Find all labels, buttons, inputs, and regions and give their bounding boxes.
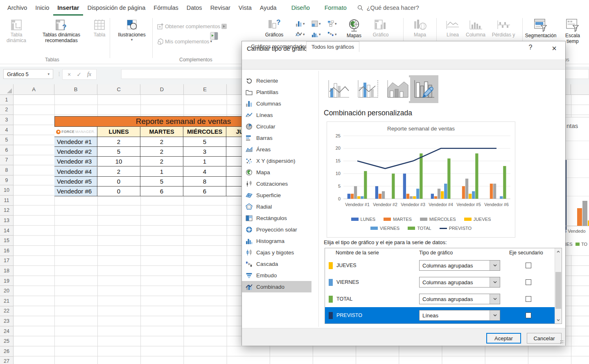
row-header-20[interactable]: 20 [0, 286, 14, 296]
chart-category-cotizaciones[interactable]: Cotizaciones [242, 178, 311, 189]
scrollbar-thumb[interactable] [555, 272, 561, 309]
tab-diseno[interactable]: Diseño [287, 0, 314, 16]
select-all-corner[interactable] [0, 84, 14, 94]
chart-type-dropdown[interactable]: Columnas agrupadas [419, 277, 500, 288]
series-row-jueves[interactable]: JUEVES Columnas agrupadas [325, 257, 555, 274]
tab-archivo[interactable]: Archivo [3, 0, 31, 16]
tab-todos-los-graficos[interactable]: Todos los gráficos [306, 41, 359, 52]
row-header-12[interactable]: 12 [0, 206, 14, 216]
row-header-4[interactable]: 4 [0, 125, 14, 135]
chart-category-circular[interactable]: Circular [242, 121, 311, 132]
maps-button[interactable]: Mapas [344, 19, 364, 39]
timeline-button[interactable]: Escalatiemp [558, 19, 587, 44]
chart-category-barras[interactable]: Barras [242, 132, 311, 144]
chart-category-rect-ngulos[interactable]: Rectángulos [242, 212, 311, 224]
value-cell[interactable]: 5 [140, 177, 183, 186]
day-header[interactable]: MIÉRCOLES [183, 127, 226, 137]
pivot-chart-button[interactable]: Gráfico [368, 19, 393, 38]
chart-category-mapa[interactable]: Mapa [242, 166, 311, 178]
chart-category-cajas-y-bigotes[interactable]: Cajas y bigotes [242, 247, 311, 258]
tab-formulas[interactable]: Fórmulas [149, 0, 182, 16]
value-cell[interactable]: 2 [140, 137, 183, 147]
series-row-viernes[interactable]: VIERNES Columnas agrupadas [325, 274, 555, 290]
tab-graficos-recomendados[interactable]: Gráficos recomendados [246, 41, 312, 52]
sparkline-winloss-button[interactable]: Pérdidas y [490, 19, 517, 38]
chart-category-x-y-dispersi-n-[interactable]: X Y (dispersión) [242, 155, 311, 166]
value-cell[interactable]: 6 [183, 186, 226, 196]
chart-category-l-neas[interactable]: Líneas [242, 109, 311, 121]
scroll-down-icon[interactable] [555, 317, 562, 324]
row-header-8[interactable]: 8 [0, 165, 14, 175]
row-header-21[interactable]: 21 [0, 296, 14, 306]
row-header-25[interactable]: 25 [0, 336, 14, 346]
value-cell[interactable]: 2 [97, 137, 140, 147]
row-header-26[interactable]: 26 [0, 346, 14, 357]
row-header-18[interactable]: 18 [0, 266, 14, 276]
value-cell[interactable]: 4 [183, 167, 226, 177]
insert-hierarchy-chart-button[interactable]: ▾ [327, 20, 337, 27]
column-header-E[interactable]: E [184, 84, 227, 94]
value-cell[interactable]: 0 [97, 177, 140, 186]
row-header-19[interactable]: 19 [0, 276, 14, 286]
column-header-B[interactable]: B [54, 84, 97, 94]
tab-disposicion[interactable]: Disposición de página [83, 0, 149, 16]
series-row-total[interactable]: TOTAL Columnas agrupadas [325, 291, 555, 307]
my-addins-button[interactable]: Mis complementos ▾ [157, 38, 212, 45]
chevron-down-icon[interactable] [490, 310, 500, 320]
chart-category-superficie[interactable]: Superficie [242, 189, 311, 201]
chart-category-cascada[interactable]: Cascada [242, 258, 311, 270]
tab-ayuda[interactable]: Ayuda [256, 0, 281, 16]
help-icon[interactable]: ? [524, 44, 537, 51]
chart-category-columnas[interactable]: Columnas [242, 98, 311, 109]
row-header-22[interactable]: 22 [0, 306, 14, 317]
tell-me-search[interactable]: ¿Qué desea hacer? [357, 4, 419, 11]
value-cell[interactable]: 2 [140, 157, 183, 166]
secondary-axis-checkbox[interactable] [526, 263, 531, 268]
enter-entry-icon[interactable]: ✓ [77, 71, 81, 78]
row-header-27[interactable]: 27 [0, 357, 14, 364]
secondary-axis-checkbox[interactable] [526, 296, 531, 302]
secondary-axis-checkbox[interactable] [526, 312, 531, 318]
value-cell[interactable]: 1 [183, 157, 226, 166]
column-header-D[interactable]: D [140, 84, 183, 94]
column-header-A[interactable]: A [14, 84, 54, 94]
value-cell[interactable]: 5 [183, 137, 226, 147]
value-cell[interactable]: 3 [183, 147, 226, 157]
vendor-cell[interactable]: Vendedor #2 [54, 147, 97, 157]
pivot-table-button[interactable]: Tabladinámica [3, 19, 29, 43]
vendor-cell[interactable]: Vendedor #1 [54, 137, 97, 147]
get-addins-button[interactable]: Obtener complementos [157, 23, 227, 30]
chart-category-radial[interactable]: Radial [242, 201, 311, 212]
day-header[interactable]: MARTES [140, 127, 183, 137]
row-header-1[interactable]: 1 [0, 95, 14, 105]
value-cell[interactable]: 5 [97, 147, 140, 157]
insert-scatter-chart-button[interactable]: ▾ [296, 31, 305, 38]
scroll-up-icon[interactable] [555, 248, 562, 255]
insert-function-icon[interactable]: fx [87, 71, 91, 78]
value-cell[interactable]: 8 [183, 177, 226, 186]
recommended-charts-button[interactable]: ? Gráficos [263, 19, 286, 38]
row-header-3[interactable]: 3 [0, 115, 14, 125]
insert-waterfall-chart-button[interactable]: ▾ [327, 31, 337, 38]
insert-pie-chart-button[interactable]: ▾ [311, 20, 321, 27]
tab-formato[interactable]: Formato [320, 0, 351, 16]
cancel-button[interactable]: Cancelar [527, 333, 562, 344]
row-header-2[interactable]: 2 [0, 105, 14, 115]
combo-thumb-clustered-line-secondary[interactable] [355, 77, 381, 101]
resize-grip[interactable] [560, 340, 564, 344]
chart-category-reciente[interactable]: Reciente [242, 75, 311, 86]
series-row-previsto[interactable]: PREVISTO Líneas [325, 307, 555, 324]
row-header-6[interactable]: 6 [0, 145, 14, 155]
tab-insertar[interactable]: Insertar [53, 0, 83, 16]
day-header[interactable]: LUNES [97, 127, 140, 137]
chart-category-proyecci-n-solar[interactable]: Proyección solar [242, 224, 311, 235]
chart-type-dropdown[interactable]: Líneas [419, 310, 500, 321]
tab-inicio[interactable]: Inicio [31, 0, 53, 16]
combo-thumb-clustered-line[interactable] [326, 77, 351, 101]
column-header-N[interactable]: N [571, 84, 589, 94]
value-cell[interactable]: 1 [140, 167, 183, 177]
row-header-5[interactable]: 5 [0, 135, 14, 145]
chart-type-dropdown[interactable]: Columnas agrupadas [419, 260, 500, 271]
3d-map-button[interactable]: Mapa [410, 19, 430, 38]
value-cell[interactable]: 6 [140, 186, 183, 196]
